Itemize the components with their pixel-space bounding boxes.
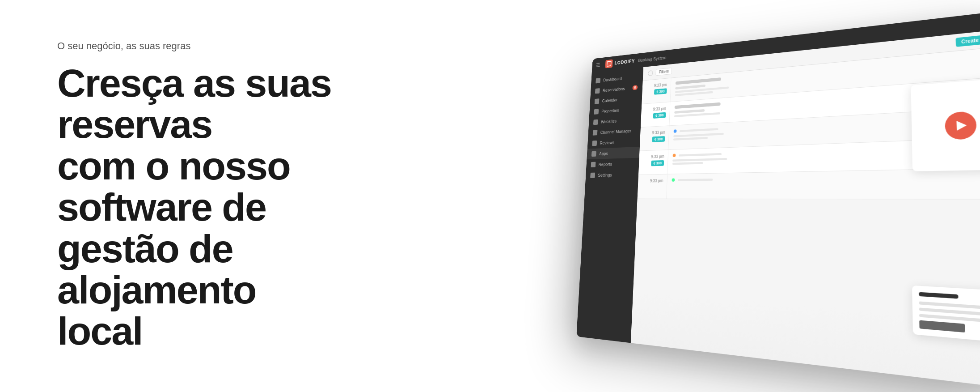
hamburger-icon[interactable]: ☰	[596, 62, 600, 68]
apps-icon	[591, 151, 596, 157]
sidebar-item-label: Reservations	[603, 86, 625, 93]
small-card-title	[919, 292, 959, 299]
video-card: ···	[911, 78, 980, 171]
sidebar-item-settings[interactable]: Settings	[586, 169, 639, 181]
browser-mockup-container: ☰ LODGIFY Booking System Dashboard Res	[524, 18, 980, 385]
create-booking-button[interactable]: Create Booking	[956, 33, 980, 47]
sidebar-item-label: Settings	[598, 173, 612, 178]
sidebar-item-label: Reports	[599, 162, 612, 166]
left-content: O seu negócio, as suas regras Cresça as …	[57, 40, 334, 352]
headline-line4: local	[57, 309, 143, 353]
lodgify-logo-icon	[605, 60, 613, 68]
search-icon[interactable]	[648, 70, 653, 76]
time-column: 9:33 pm € 300	[640, 126, 670, 150]
grid-icon	[596, 78, 600, 83]
time-column: 9:33 pm € 300	[641, 102, 670, 127]
star-icon	[592, 141, 597, 146]
calendar2-icon	[595, 98, 600, 104]
dot-indicator	[674, 129, 677, 133]
sidebar-item-label: Dashboard	[603, 76, 622, 82]
price-badge: € 300	[651, 160, 664, 166]
time-value: 9:33 pm	[654, 82, 667, 88]
sidebar-item-label: Reviews	[600, 140, 614, 145]
detail-line	[678, 179, 713, 181]
headline-line3: gestão de alojamento	[57, 226, 256, 311]
subtitle: O seu negócio, as suas regras	[57, 40, 334, 52]
gear-icon	[590, 173, 595, 178]
sidebar-item-label: Channel Manager	[600, 128, 632, 135]
filters-button[interactable]: Filters	[655, 68, 672, 76]
headline: Cresça as suas reservas com o nosso soft…	[57, 63, 334, 352]
sidebar-item-label: Apps	[599, 151, 608, 156]
browser-window: ☰ LODGIFY Booking System Dashboard Res	[576, 9, 980, 391]
time-value: 9:33 pm	[652, 130, 665, 135]
sidebar-item-label: Calendar	[602, 98, 617, 103]
price-badge: € 300	[652, 136, 665, 142]
price-badge: € 300	[653, 112, 666, 119]
guest-name-placeholder	[675, 102, 721, 109]
calendar-icon	[595, 88, 600, 94]
play-button[interactable]	[945, 111, 977, 140]
reservations-badge: 5	[632, 85, 638, 90]
detail-line	[672, 158, 727, 162]
sidebar-item-label: Properties	[601, 108, 619, 114]
small-info-card	[912, 285, 980, 344]
detail-line	[680, 128, 718, 132]
headline-line2: com o nosso software de	[57, 143, 290, 229]
time-column: 9:33 pm € 300	[642, 78, 671, 104]
main-content: Dashboard Reservations 5 Calendar Proper…	[576, 28, 980, 391]
globe-icon	[593, 119, 598, 125]
small-card-button[interactable]	[919, 320, 965, 332]
content-area: Filters Create Booking 9:33 pm € 300	[631, 28, 980, 391]
dot-indicator	[673, 154, 676, 157]
time-column: 9:33 pm	[638, 175, 667, 199]
logo-text: LODGIFY	[614, 58, 635, 66]
time-value: 9:33 pm	[653, 107, 666, 112]
detail-line	[673, 133, 724, 137]
time-value: 9:33 pm	[650, 179, 663, 183]
booking-system-label: Booking System	[638, 55, 667, 63]
headline-line1: Cresça as suas reservas	[57, 61, 331, 146]
price-badge: € 300	[654, 88, 667, 95]
detail-line	[679, 153, 722, 156]
link-icon	[593, 130, 598, 135]
home-icon	[594, 109, 599, 114]
sidebar-item-label: Websites	[601, 119, 617, 124]
detail-line	[672, 162, 703, 165]
time-value: 9:33 pm	[651, 154, 664, 159]
play-triangle-icon	[956, 120, 967, 131]
guest-name-placeholder	[676, 77, 721, 85]
dot-indicator	[672, 178, 675, 181]
detail-line	[673, 137, 708, 141]
sidebar-item-apps[interactable]: Apps	[587, 147, 640, 159]
sidebar-item-reports[interactable]: Reports	[586, 158, 639, 170]
time-column: 9:33 pm € 300	[638, 150, 668, 175]
guest-detail-placeholder	[674, 109, 705, 114]
report-icon	[591, 162, 596, 167]
